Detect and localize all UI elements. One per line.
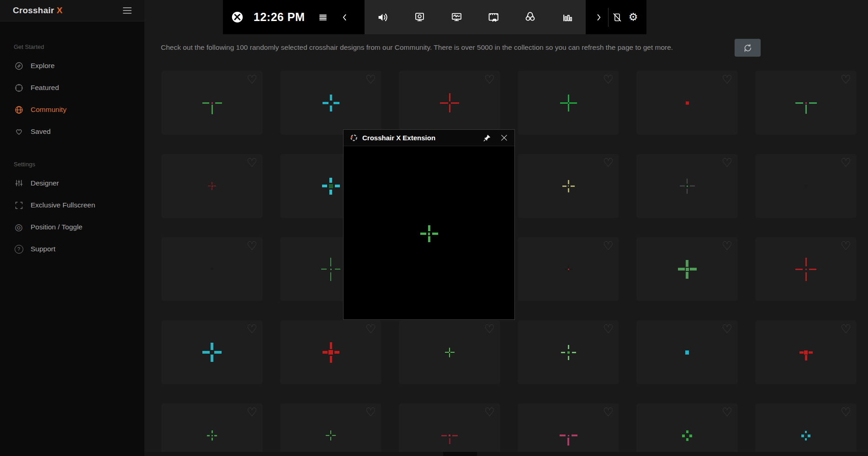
sidebar-item-saved[interactable]: Saved [0, 121, 144, 143]
crosshair-card[interactable]: ♡ [636, 403, 738, 456]
sidebar-item-designer[interactable]: Designer [0, 172, 144, 194]
sidebar-nav: Get StartedExploreFeaturedCommunitySaved… [0, 21, 144, 260]
logo-accent: X [57, 5, 63, 15]
favorite-heart-icon[interactable]: ♡ [365, 405, 376, 419]
sidebar-item-position-toggle[interactable]: ◎Position / Toggle [0, 216, 144, 238]
favorite-heart-icon[interactable]: ♡ [722, 239, 732, 253]
refresh-button[interactable] [735, 39, 761, 57]
favorite-heart-icon[interactable]: ♡ [484, 322, 495, 336]
popup-titlebar[interactable]: Crosshair X Extension [344, 130, 514, 146]
favorite-heart-icon[interactable]: ♡ [247, 322, 257, 336]
favorite-heart-icon[interactable]: ♡ [603, 322, 614, 336]
crosshair-card[interactable]: ♡ [518, 403, 619, 456]
favorite-heart-icon[interactable]: ♡ [841, 73, 851, 86]
sidebar-item-exclusive-fullscreen[interactable]: Exclusive Fullscreen [0, 194, 144, 216]
resources-icon[interactable] [561, 11, 574, 24]
scrollbar-thumb[interactable] [443, 452, 477, 456]
widget-menu-icon[interactable] [318, 12, 328, 23]
crosshair-card[interactable]: ♡ [755, 320, 857, 384]
favorite-heart-icon[interactable]: ♡ [365, 322, 376, 336]
favorite-heart-icon[interactable]: ♡ [722, 156, 732, 170]
crosshair-card[interactable]: ♡ [755, 71, 857, 135]
chevron-right-icon[interactable] [592, 11, 606, 24]
chevron-left-icon[interactable] [340, 13, 349, 22]
favorite-heart-icon[interactable]: ♡ [841, 239, 851, 253]
crosshair-card[interactable]: ♡ [280, 71, 381, 135]
crosshairx-logo-icon [350, 134, 358, 142]
notifications-off-icon[interactable] [610, 11, 624, 24]
crosshair-card[interactable]: ♡ [161, 154, 263, 218]
crosshair-card[interactable]: ♡ [636, 71, 738, 135]
favorite-heart-icon[interactable]: ♡ [841, 322, 851, 336]
sidebar-item-featured[interactable]: Featured [0, 77, 144, 99]
sidebar-item-community[interactable]: Community [0, 99, 144, 121]
section-label: Settings [14, 161, 144, 168]
favorite-heart-icon[interactable]: ♡ [365, 73, 376, 86]
section-label: Get Started [14, 43, 144, 50]
crosshair-card[interactable]: ♡ [518, 320, 619, 384]
crosshair-card[interactable]: ♡ [755, 403, 857, 456]
gallery-icon[interactable] [487, 11, 500, 24]
sidebar-item-explore[interactable]: Explore [0, 55, 144, 77]
crosshair-card[interactable]: ♡ [280, 320, 381, 384]
favorite-heart-icon[interactable]: ♡ [603, 405, 614, 419]
sidebar-header: Crosshair X [0, 0, 144, 21]
favorite-heart-icon[interactable]: ♡ [484, 405, 495, 419]
game-bar-widgets-segment [365, 0, 586, 34]
settings-icon[interactable]: ⚙ [626, 11, 640, 24]
favorite-heart-icon[interactable]: ♡ [247, 156, 257, 170]
heart-icon [14, 127, 24, 137]
favorite-heart-icon[interactable]: ♡ [603, 73, 614, 86]
sidebar: Crosshair X Get StartedExploreFeaturedCo… [0, 0, 144, 456]
sidebar-item-label: Saved [31, 127, 51, 136]
crosshair-card[interactable]: ♡ [161, 320, 263, 384]
popup-title: Crosshair X Extension [362, 134, 435, 142]
favorite-heart-icon[interactable]: ♡ [722, 405, 732, 419]
target-icon: ◎ [14, 222, 24, 232]
community-description: Check out the following 100 randomly sel… [161, 43, 727, 52]
crosshair-card[interactable]: ♡ [636, 237, 738, 301]
divider [608, 8, 609, 27]
app-logo: Crosshair X [13, 5, 63, 16]
xbox-logo-icon[interactable] [231, 11, 243, 23]
pin-icon[interactable] [483, 134, 491, 142]
help-icon: ? [14, 244, 24, 254]
close-icon[interactable] [500, 134, 508, 142]
sidebar-item-support[interactable]: ?Support [0, 238, 144, 260]
favorite-heart-icon[interactable]: ♡ [841, 156, 851, 170]
favorite-heart-icon[interactable]: ♡ [247, 73, 257, 86]
favorite-heart-icon[interactable]: ♡ [247, 405, 257, 419]
crosshair-card[interactable]: ♡ [518, 237, 619, 301]
crosshair-card[interactable]: ♡ [280, 403, 381, 456]
favorite-heart-icon[interactable]: ♡ [722, 73, 732, 86]
crosshair-card[interactable]: ♡ [399, 320, 500, 384]
crosshair-card[interactable]: ♡ [161, 71, 263, 135]
crosshair-card[interactable]: ♡ [755, 237, 857, 301]
favorite-heart-icon[interactable]: ♡ [603, 156, 614, 170]
crosshair-card[interactable]: ♡ [161, 237, 263, 301]
crosshair-card[interactable]: ♡ [518, 71, 619, 135]
favorite-heart-icon[interactable]: ♡ [247, 239, 257, 253]
xbox-game-bar: 12:26 PM ⚙ [223, 0, 646, 34]
favorite-heart-icon[interactable]: ♡ [484, 73, 495, 86]
favorite-heart-icon[interactable]: ♡ [841, 405, 851, 419]
crosshair-card[interactable]: ♡ [755, 154, 857, 218]
performance-icon[interactable] [450, 11, 464, 24]
hamburger-menu-icon[interactable] [123, 7, 132, 14]
crosshair-card[interactable]: ♡ [399, 71, 500, 135]
crosshair-card[interactable]: ♡ [636, 154, 738, 218]
crosshair-card[interactable]: ♡ [518, 154, 619, 218]
crosshair-card[interactable]: ♡ [636, 320, 738, 384]
capture-icon[interactable] [413, 11, 427, 24]
crosshair-card[interactable]: ♡ [161, 403, 263, 456]
favorite-heart-icon[interactable]: ♡ [722, 322, 732, 336]
refresh-icon [743, 43, 753, 53]
logo-text: Crosshair [13, 5, 54, 15]
favorite-heart-icon[interactable]: ♡ [603, 239, 614, 253]
horizontal-scrollbar[interactable] [144, 452, 868, 456]
audio-icon[interactable] [376, 11, 390, 24]
crosshair-card[interactable]: ♡ [399, 403, 500, 456]
sidebar-item-label: Community [31, 106, 66, 114]
looking-for-group-icon[interactable] [524, 11, 537, 24]
game-bar-clock: 12:26 PM [254, 11, 305, 24]
